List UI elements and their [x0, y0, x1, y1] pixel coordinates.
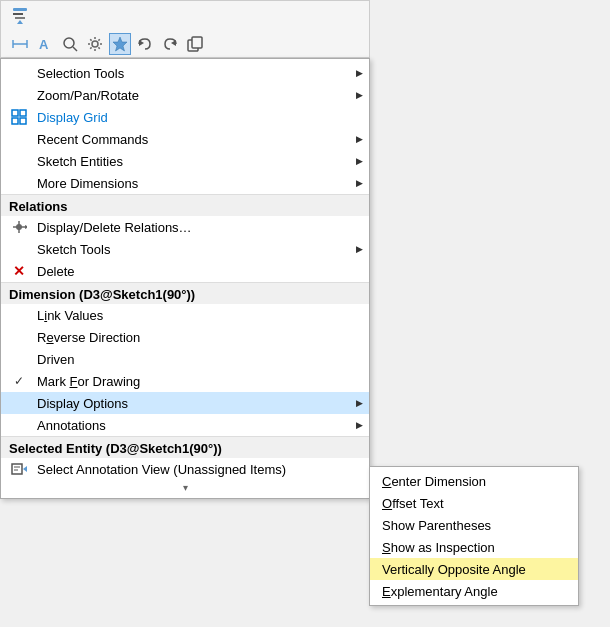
svg-rect-0 — [13, 8, 27, 11]
toolbar: A — [0, 0, 370, 58]
svg-rect-17 — [20, 110, 26, 116]
section-header-selected-entity: Selected Entity (D3@Sketch1(90°)) — [1, 436, 369, 458]
copy-icon[interactable] — [184, 33, 206, 55]
annotation-view-icon — [7, 461, 31, 477]
svg-point-8 — [64, 38, 74, 48]
svg-marker-27 — [23, 466, 27, 472]
svg-marker-23 — [25, 225, 27, 229]
svg-point-22 — [16, 224, 22, 230]
svg-rect-16 — [12, 110, 18, 116]
menu-item-mark-for-drawing[interactable]: ✓ Mark For Drawing — [1, 370, 369, 392]
menu-item-display-grid[interactable]: Display Grid — [1, 106, 369, 128]
submenu-item-show-as-inspection[interactable]: Show as Inspection — [370, 536, 578, 558]
svg-line-9 — [73, 47, 77, 51]
menu-item-annotations[interactable]: Annotations — [1, 414, 369, 436]
checkmark-icon: ✓ — [7, 374, 31, 388]
svg-marker-11 — [113, 37, 127, 51]
settings-cog-icon[interactable] — [84, 33, 106, 55]
context-menu: Selection Tools Zoom/Pan/Rotate Display … — [0, 58, 370, 499]
dimension-icon[interactable] — [9, 33, 31, 55]
menu-item-display-delete-relations[interactable]: Display/Delete Relations… — [1, 216, 369, 238]
svg-text:A: A — [39, 37, 49, 52]
svg-rect-24 — [12, 464, 22, 474]
menu-item-sketch-tools[interactable]: Sketch Tools — [1, 238, 369, 260]
menu-item-more-dimensions[interactable]: More Dimensions — [1, 172, 369, 194]
menu-item-select-annotation-view[interactable]: Select Annotation View (Unassigned Items… — [1, 458, 369, 480]
svg-marker-12 — [139, 40, 144, 46]
svg-rect-19 — [20, 118, 26, 124]
section-header-relations: Relations — [1, 194, 369, 216]
svg-rect-1 — [13, 13, 23, 15]
cursor-star-icon[interactable] — [109, 33, 131, 55]
text-a-icon[interactable]: A — [34, 33, 56, 55]
menu-item-reverse-direction[interactable]: Reverse Direction — [1, 326, 369, 348]
svg-rect-15 — [192, 37, 202, 48]
section-header-dimension: Dimension (D3@Sketch1(90°)) — [1, 282, 369, 304]
sketch-mode-icon[interactable] — [9, 4, 31, 26]
submenu-item-center-dimension[interactable]: Center Dimension — [370, 470, 578, 492]
undo-icon[interactable] — [134, 33, 156, 55]
svg-marker-3 — [17, 20, 23, 24]
menu-item-recent-commands[interactable]: Recent Commands — [1, 128, 369, 150]
svg-point-10 — [92, 41, 98, 47]
submenu-item-vertically-opposite-angle[interactable]: Vertically Opposite Angle — [370, 558, 578, 580]
menu-item-sketch-entities[interactable]: Sketch Entities — [1, 150, 369, 172]
menu-item-zoom-pan-rotate[interactable]: Zoom/Pan/Rotate — [1, 84, 369, 106]
relation-icon — [7, 219, 31, 235]
svg-rect-18 — [12, 118, 18, 124]
submenu-item-offset-text[interactable]: Offset Text — [370, 492, 578, 514]
svg-marker-13 — [171, 40, 176, 46]
menu-item-link-values[interactable]: Link Values — [1, 304, 369, 326]
submenu-item-explementary-angle[interactable]: Explementary Angle — [370, 580, 578, 602]
menu-item-delete[interactable]: ✕ Delete — [1, 260, 369, 282]
x-delete-icon: ✕ — [7, 263, 31, 279]
redo-icon[interactable] — [159, 33, 181, 55]
submenu-item-show-parentheses[interactable]: Show Parentheses — [370, 514, 578, 536]
menu-item-display-options[interactable]: Display Options — [1, 392, 369, 414]
menu-item-driven[interactable]: Driven — [1, 348, 369, 370]
zoom-icon[interactable] — [59, 33, 81, 55]
menu-item-selection-tools[interactable]: Selection Tools — [1, 62, 369, 84]
grid-menu-icon — [7, 109, 31, 125]
submenu-display-options: Center Dimension Offset Text Show Parent… — [369, 466, 579, 606]
more-items-indicator[interactable]: ▾ — [1, 480, 369, 495]
